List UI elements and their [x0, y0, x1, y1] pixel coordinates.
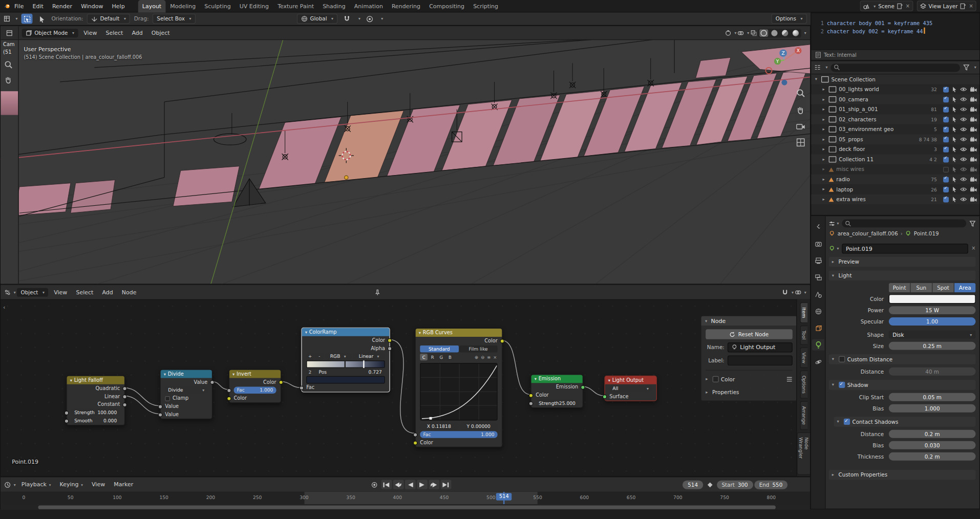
editor-type-icon[interactable] — [829, 220, 835, 226]
expand-icon[interactable]: ▸ — [822, 157, 828, 162]
expand-icon[interactable]: ▾ — [815, 77, 821, 82]
timeline-menu[interactable]: Marker — [110, 478, 138, 491]
outliner[interactable]: ▾ ▾ ▾ Scene Collection ▸ 00_lights world… — [811, 60, 980, 215]
zoom-out-icon[interactable]: ⊖ — [480, 355, 485, 360]
node-label-field[interactable] — [728, 356, 793, 366]
hide-eye-icon[interactable] — [960, 117, 967, 122]
outliner-row[interactable]: ▸ 00_camera — [811, 94, 979, 104]
panel-header-preview[interactable]: ▸Preview — [829, 257, 976, 267]
workspace-tab[interactable]: Modeling — [166, 0, 200, 12]
exclude-checkbox[interactable] — [943, 126, 949, 132]
socket-value2-in[interactable] — [158, 413, 163, 417]
expand-icon[interactable]: ▸ — [822, 127, 828, 132]
next-keyframe-button[interactable] — [429, 480, 439, 489]
selectable-icon[interactable] — [952, 166, 957, 172]
socket-alpha-out[interactable] — [388, 346, 392, 351]
shading-chevron-icon[interactable]: ▾ — [804, 30, 806, 35]
overlays-chevron-icon[interactable]: ▾ — [804, 290, 806, 295]
pin-icon[interactable] — [375, 289, 381, 295]
render-visibility-icon[interactable] — [970, 107, 977, 112]
node-canvas[interactable]: ‹ ▾Light Falloff Quadratic Linear Consta… — [1, 299, 810, 476]
render-visibility-icon[interactable] — [970, 197, 977, 202]
browse-data-chevron-icon[interactable]: ▾ — [837, 246, 839, 251]
hide-eye-icon[interactable] — [960, 137, 967, 142]
properties-tab-object-data[interactable] — [812, 339, 824, 351]
snap-magnet-icon[interactable] — [342, 14, 353, 24]
outliner-row[interactable]: ▸ 01_ship_a_001 81 — [811, 104, 979, 115]
display-mode-chevron-icon[interactable]: ▾ — [826, 65, 828, 70]
frame-start-field[interactable]: Start300 — [717, 480, 753, 489]
move-hand-icon[interactable] — [796, 105, 805, 114]
chevron-down-icon[interactable]: ▾ — [14, 290, 16, 295]
orientation-dropdown[interactable]: Default▾ — [87, 14, 131, 24]
properties-search-input[interactable] — [842, 219, 967, 227]
editor-type-icon[interactable] — [6, 30, 12, 36]
panel-header-shadow[interactable]: ▾Shadow — [829, 380, 976, 390]
camera-view-icon[interactable] — [796, 122, 805, 130]
point-y-field[interactable]: Y 0.00000 — [460, 423, 498, 429]
viewport-menu[interactable]: View — [79, 27, 101, 39]
color-mode-dropdown[interactable]: RGB▾ — [325, 353, 351, 360]
text-editor[interactable]: 1 character body 001 = keyframe 435 2 ch… — [811, 12, 980, 60]
shading-rendered-icon[interactable] — [791, 29, 800, 37]
new-scene-icon[interactable] — [897, 3, 903, 9]
zoom-icon[interactable] — [796, 89, 805, 97]
snap-settings-chevron-icon[interactable]: ▾ — [358, 16, 360, 21]
topbar-menu[interactable]: Window — [77, 0, 108, 12]
selectable-icon[interactable] — [952, 156, 957, 162]
active-tool-select-box-icon[interactable] — [22, 14, 33, 24]
exclude-checkbox[interactable] — [943, 97, 949, 102]
gizmo-y-label[interactable]: Y — [776, 59, 779, 64]
color-ramp-gradient[interactable] — [306, 360, 385, 368]
hide-eye-icon[interactable] — [960, 167, 967, 172]
socket-emission-out[interactable] — [581, 385, 585, 390]
active-stop-index[interactable]: 2 — [306, 369, 314, 375]
overlays-chevron-icon[interactable]: ▾ — [747, 30, 749, 35]
hide-eye-icon[interactable] — [960, 87, 967, 92]
selectable-icon[interactable] — [952, 106, 957, 113]
point-x-field[interactable]: X 0.11818 — [420, 423, 458, 429]
hide-eye-icon[interactable] — [960, 127, 967, 132]
blender-logo-icon[interactable] — [4, 3, 10, 9]
node-name-field[interactable]: Light Output — [728, 342, 793, 353]
workspace-tab[interactable]: Sculpting — [200, 0, 235, 12]
expand-icon[interactable]: ▸ — [822, 197, 828, 202]
code-line[interactable]: 1 character body 001 = keyframe 435 — [814, 19, 977, 28]
viewport-3d[interactable]: Object Mode▾ ViewSelectAddObject ▾ ▾ ▾ C… — [0, 26, 811, 284]
timeline-scrollbar[interactable] — [1, 504, 810, 510]
scene-selector[interactable]: ▾ Scene × — [860, 1, 913, 11]
node-invert[interactable]: ▾Invert Color Fac1.000 Color — [229, 369, 282, 403]
timeline[interactable]: ▾ PlaybackKeyingViewMarker 514 Start300 … — [0, 477, 811, 509]
expand-icon[interactable]: ▸ — [822, 87, 828, 92]
clip-start-field[interactable]: 0.05 m — [889, 393, 976, 401]
fac-slider[interactable]: Fac1.000 — [234, 387, 276, 394]
properties-editor[interactable]: ▾ area_colour_falloff.006 › Point.019 ▾ … — [811, 215, 980, 509]
play-button[interactable] — [417, 480, 428, 489]
contact-bias-field[interactable]: 0.030 — [889, 441, 976, 449]
expand-icon[interactable]: ▸ — [822, 117, 828, 122]
selectable-icon[interactable] — [952, 86, 957, 92]
render-visibility-icon[interactable] — [970, 147, 977, 152]
filter-icon[interactable] — [963, 64, 969, 71]
properties-section-header[interactable]: ▸Properties — [706, 387, 793, 397]
current-frame-field[interactable]: 514 — [683, 480, 702, 489]
scrollbar-thumb[interactable] — [38, 505, 775, 509]
clamp-checkbox[interactable] — [165, 396, 170, 401]
tweak-tool-icon[interactable] — [36, 14, 48, 24]
expand-icon[interactable]: ▸ — [822, 167, 828, 172]
smooth-slider[interactable]: Smooth0.000 — [71, 417, 120, 424]
shadow-bias-field[interactable]: 1.000 — [889, 404, 976, 413]
node-color-ramp[interactable]: ▾ColorRamp Color Alpha + - RGB▾ Linear▾ … — [301, 328, 390, 393]
node-math-divide[interactable]: ▾Divide Value Divide▾ Clamp Value Value — [160, 369, 212, 419]
remove-view-layer-icon[interactable]: × — [969, 3, 973, 9]
socket-quadratic-out[interactable] — [122, 386, 127, 391]
socket-strength-in[interactable] — [529, 401, 534, 406]
custom-distance-checkbox[interactable] — [839, 356, 845, 362]
chevron-down-icon[interactable]: ▾ — [16, 16, 18, 21]
shadow-checkbox[interactable] — [839, 382, 845, 388]
shading-solid-icon[interactable] — [770, 29, 779, 37]
mode-dropdown[interactable]: Object Mode▾ — [22, 29, 78, 37]
keying-set-icon[interactable] — [707, 482, 713, 488]
outliner-row[interactable]: ▸ 05_props 8 74 38 — [811, 134, 979, 144]
node-light-output[interactable]: ▾Light Output All▾ Surface — [604, 376, 657, 401]
